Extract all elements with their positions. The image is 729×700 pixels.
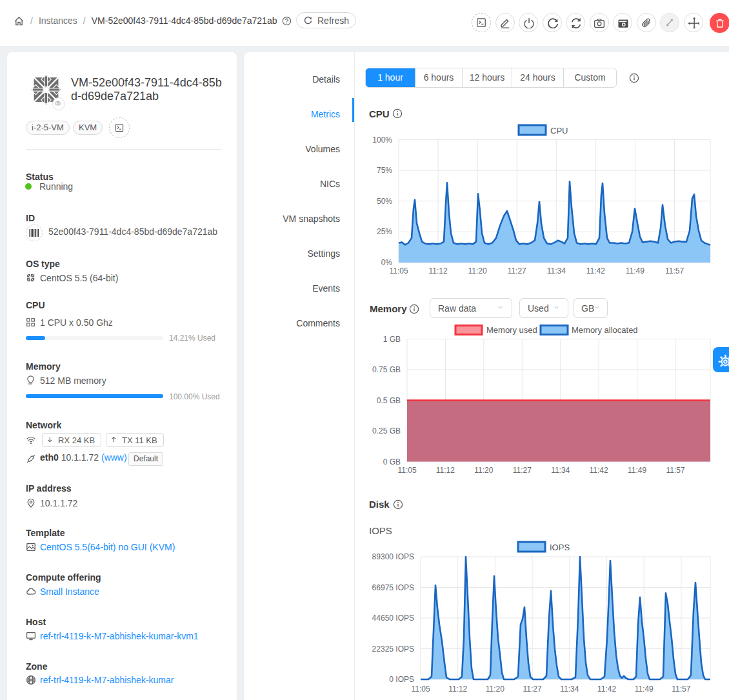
svg-text:11:12: 11:12 (436, 466, 455, 475)
svg-text:11:34: 11:34 (551, 466, 570, 475)
svg-text:1 GB: 1 GB (383, 335, 401, 344)
svg-text:11:27: 11:27 (513, 466, 532, 475)
svg-text:22325 IOPS: 22325 IOPS (372, 645, 414, 654)
svg-text:11:42: 11:42 (590, 466, 608, 475)
svg-text:11:20: 11:20 (474, 466, 493, 475)
svg-text:0%: 0% (381, 258, 393, 267)
svg-text:11:05: 11:05 (411, 685, 430, 694)
svg-text:11:57: 11:57 (665, 266, 684, 275)
svg-text:11:12: 11:12 (429, 266, 448, 275)
svg-text:11:05: 11:05 (389, 266, 408, 275)
svg-text:75%: 75% (377, 166, 392, 175)
svg-text:11:20: 11:20 (486, 685, 504, 694)
svg-text:11:27: 11:27 (508, 266, 526, 275)
svg-text:11:27: 11:27 (523, 685, 542, 694)
svg-text:66975 IOPS: 66975 IOPS (372, 583, 414, 592)
svg-text:CPU: CPU (550, 126, 568, 135)
svg-text:89300 IOPS: 89300 IOPS (372, 552, 414, 561)
svg-text:11:42: 11:42 (586, 266, 605, 275)
svg-text:11:49: 11:49 (628, 466, 646, 475)
svg-text:11:20: 11:20 (468, 266, 487, 275)
svg-text:11:42: 11:42 (597, 685, 616, 694)
svg-text:0 IOPS: 0 IOPS (389, 675, 414, 684)
svg-text:11:12: 11:12 (448, 685, 467, 694)
svg-text:11:34: 11:34 (547, 266, 566, 275)
svg-text:11:49: 11:49 (626, 266, 644, 275)
svg-text:0.5 GB: 0.5 GB (377, 396, 401, 405)
svg-text:25%: 25% (377, 227, 392, 236)
svg-text:0.25 GB: 0.25 GB (372, 426, 401, 435)
svg-text:0 GB: 0 GB (383, 457, 401, 466)
svg-text:44650 IOPS: 44650 IOPS (372, 614, 414, 623)
svg-text:Memory allocated: Memory allocated (572, 325, 638, 335)
svg-text:50%: 50% (377, 197, 392, 206)
svg-text:Memory used: Memory used (486, 325, 537, 335)
svg-text:11:49: 11:49 (635, 685, 654, 694)
svg-text:11:57: 11:57 (672, 685, 690, 694)
svg-text:100%: 100% (372, 135, 392, 145)
svg-text:11:05: 11:05 (397, 466, 416, 475)
svg-text:11:57: 11:57 (666, 466, 684, 475)
svg-text:0.75 GB: 0.75 GB (372, 365, 401, 374)
svg-text:IOPS: IOPS (550, 543, 570, 552)
svg-text:11:34: 11:34 (560, 685, 579, 694)
